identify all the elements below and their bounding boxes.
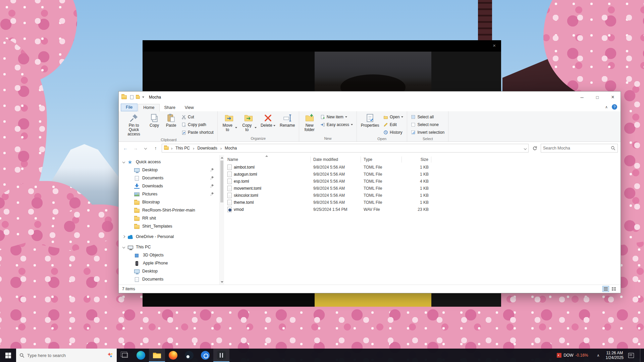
- sidebar-item-onedrive[interactable]: OneDrive - Personal: [119, 233, 219, 241]
- background-window-close-button[interactable]: ×: [493, 43, 496, 48]
- sidebar-item-this-pc[interactable]: This PC: [119, 243, 219, 251]
- sidebar-item-quick-access[interactable]: Quick access: [119, 158, 219, 166]
- sidebar-item-desktop[interactable]: Desktop: [119, 166, 219, 174]
- easy-access-button[interactable]: Easy access: [319, 121, 355, 128]
- maximize-button[interactable]: □: [590, 92, 605, 103]
- tray-expand-icon[interactable]: ∧: [596, 352, 601, 359]
- column-header-name[interactable]: Name: [224, 157, 311, 163]
- action-center-icon[interactable]: [628, 353, 634, 358]
- sidebar-scrollbar[interactable]: [219, 155, 224, 285]
- history-button[interactable]: History: [382, 129, 405, 136]
- taskbar-app-firefox[interactable]: [165, 349, 181, 362]
- start-button[interactable]: [0, 349, 16, 362]
- taskbar-app-dark[interactable]: [213, 349, 229, 362]
- task-view-button[interactable]: [117, 349, 133, 362]
- file-row-skincolor-toml[interactable]: skincolor.toml 9/8/2024 5:56 AM TOML Fil…: [224, 192, 621, 199]
- cut-button[interactable]: Cut: [180, 113, 215, 121]
- chevron-down-icon[interactable]: [122, 246, 125, 248]
- edit-button[interactable]: Edit: [382, 121, 405, 128]
- taskbar-search[interactable]: [16, 349, 117, 362]
- breadcrumb-downloads[interactable]: Downloads: [197, 145, 218, 151]
- search-input[interactable]: [543, 146, 611, 150]
- file-row-theme-toml[interactable]: theme.toml 9/8/2024 5:56 AM TOML File 1 …: [224, 199, 621, 206]
- forward-button[interactable]: →: [131, 144, 140, 152]
- refresh-button[interactable]: [531, 144, 539, 152]
- show-desktop-button[interactable]: [640, 349, 642, 362]
- copy-to-button[interactable]: Copy to: [239, 112, 258, 133]
- sidebar-item-rr-shit[interactable]: RR shit: [119, 214, 219, 222]
- help-icon[interactable]: ?: [612, 104, 617, 110]
- details-view-button[interactable]: [602, 286, 609, 292]
- paste-shortcut-button[interactable]: Paste shortcut: [180, 129, 215, 136]
- taskbar-app-steam[interactable]: [181, 349, 197, 362]
- rename-button[interactable]: Rename: [278, 112, 297, 128]
- tab-file[interactable]: File: [121, 104, 138, 111]
- sidebar-item-documents[interactable]: Documents: [119, 174, 219, 182]
- search-box[interactable]: [541, 144, 618, 153]
- taskbar-app-edge[interactable]: [133, 349, 149, 362]
- breadcrumb-this-pc[interactable]: This PC: [175, 145, 191, 151]
- move-to-button[interactable]: Move to: [220, 112, 238, 133]
- select-all-button[interactable]: Select all: [409, 113, 446, 121]
- delete-button[interactable]: Delete: [259, 112, 277, 128]
- recent-locations-dropdown[interactable]: [142, 144, 150, 152]
- sidebar-item-shirt-templates[interactable]: Shirt_Templates: [119, 222, 219, 230]
- sidebar-item-downloads[interactable]: Downloads: [119, 182, 219, 190]
- qat-properties-icon[interactable]: [130, 95, 133, 99]
- qat-new-folder-icon[interactable]: [136, 96, 140, 99]
- qat-customize-dropdown-icon[interactable]: [142, 97, 144, 98]
- stock-label: DOW: [564, 353, 573, 358]
- file-row-movement-toml[interactable]: movement.toml 9/8/2024 5:56 AM TOML File…: [224, 185, 621, 192]
- chevron-right-icon[interactable]: [122, 235, 125, 238]
- properties-label: Properties: [361, 123, 379, 128]
- invert-selection-button[interactable]: Invert selection: [409, 129, 446, 136]
- column-header-date-modified[interactable]: Date modified: [311, 157, 361, 163]
- collapse-ribbon-icon[interactable]: ∧: [605, 105, 608, 109]
- copy-button[interactable]: Copy: [146, 112, 162, 128]
- file-row-vmod[interactable]: vmod 9/25/2024 1:54 PM WAV File 23 KB: [224, 206, 621, 213]
- column-header-type[interactable]: Type: [361, 157, 402, 163]
- chevron-down-icon[interactable]: [122, 161, 125, 163]
- sidebar-item-pictures[interactable]: Pictures: [119, 190, 219, 198]
- breadcrumb-mocha[interactable]: Mocha: [224, 145, 237, 151]
- file-type: TOML File: [361, 179, 402, 184]
- tab-home[interactable]: Home: [138, 104, 159, 112]
- edit-label: Edit: [390, 122, 397, 127]
- news-interests-widget[interactable]: DOW -0.16%: [554, 349, 591, 362]
- large-icons-view-button[interactable]: [610, 286, 617, 292]
- pin-to-quick-access-button[interactable]: Pin to Quick access: [122, 112, 146, 137]
- up-button[interactable]: ↑: [152, 144, 160, 152]
- file-size: 1 KB: [402, 186, 431, 191]
- taskbar-app-file-explorer[interactable]: [149, 349, 165, 362]
- sidebar-item-apple-iphone[interactable]: Apple iPhone: [119, 259, 219, 267]
- file-row-esp-toml[interactable]: esp.toml 9/8/2024 5:56 AM TOML File 4 KB: [224, 178, 621, 185]
- taskbar-clock[interactable]: 11:26 AM 1/24/2025: [606, 351, 624, 360]
- file-row-autogun-toml[interactable]: autogun.toml 9/8/2024 5:56 AM TOML File …: [224, 171, 621, 178]
- address-bar[interactable]: › This PC › Downloads › Mocha: [162, 144, 529, 153]
- copy-path-button[interactable]: Copy path: [180, 121, 215, 128]
- paste-button[interactable]: Paste: [163, 112, 179, 128]
- scrollbar-thumb[interactable]: [220, 161, 223, 202]
- select-none-button[interactable]: Select none: [409, 121, 446, 128]
- properties-button[interactable]: Properties: [359, 112, 381, 128]
- sidebar-item-documents-2[interactable]: Documents: [119, 275, 219, 283]
- sidebar-item-bloxstrap[interactable]: Bloxstrap: [119, 198, 219, 206]
- tab-share[interactable]: Share: [160, 104, 180, 111]
- column-header-size[interactable]: Size: [402, 157, 431, 163]
- new-item-button[interactable]: New item: [319, 113, 355, 121]
- scroll-up-icon[interactable]: [221, 157, 223, 159]
- sidebar-item-3d-objects[interactable]: 3D Objects: [119, 251, 219, 259]
- file-row-aimbot-toml[interactable]: aimbot.toml 9/8/2024 5:56 AM TOML File 1…: [224, 164, 621, 171]
- open-button[interactable]: Open: [382, 113, 405, 121]
- sidebar-item-desktop-2[interactable]: Desktop: [119, 267, 219, 275]
- taskbar-app-blue[interactable]: [197, 349, 213, 362]
- sidebar-item-recroom-shirt-printer-main[interactable]: RecRoom-Shirt-Printer-main: [119, 206, 219, 214]
- scroll-down-icon[interactable]: [221, 281, 223, 283]
- close-button[interactable]: ×: [605, 92, 621, 103]
- back-button[interactable]: ←: [121, 144, 129, 152]
- address-dropdown[interactable]: [524, 146, 526, 150]
- tab-view[interactable]: View: [180, 104, 199, 111]
- taskbar-search-input[interactable]: [27, 353, 105, 358]
- new-folder-button[interactable]: New folder: [301, 112, 318, 133]
- minimize-button[interactable]: ─: [574, 92, 590, 103]
